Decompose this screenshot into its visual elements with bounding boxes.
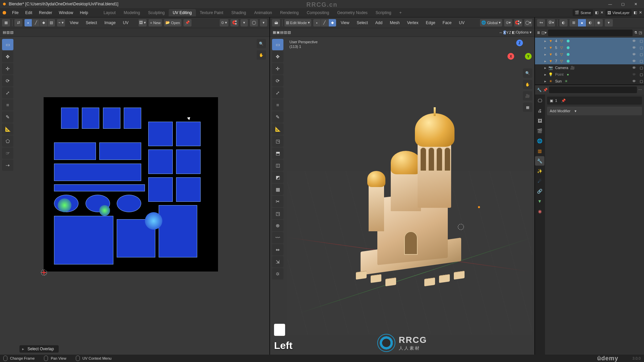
menu-window[interactable]: Window [55, 9, 76, 16]
outliner-type-button[interactable]: ≣ [537, 31, 540, 35]
mesh-normals-toggle[interactable]: ↔ [499, 31, 503, 35]
uv-snap-mode-button[interactable]: ▾ [240, 19, 248, 26]
vp-menu-select[interactable]: Select [354, 18, 370, 27]
pivot-point-button[interactable]: ⊙▾ [504, 19, 512, 26]
vp-menu-view[interactable]: View [338, 18, 352, 27]
mesh-select-vertex[interactable]: ▪ [313, 19, 321, 26]
overlays-toggle-button[interactable]: ⦿▾ [547, 19, 555, 26]
outliner-row-5[interactable]: ▸▼5▽⬢👁▢ [535, 44, 644, 51]
uv-overlay-channels-rgb[interactable]: ▤ [3, 30, 6, 35]
mode-selector[interactable]: ▥ Edit Mode ▾ [284, 19, 311, 26]
outliner-row-camera[interactable]: ▸📷Camera🎥👁▢ [535, 64, 644, 71]
viewlayer-selector[interactable]: 🖼 ViewLayer [605, 9, 632, 16]
outliner-row-7[interactable]: ▸▼7▽⬢👁▢ [535, 58, 644, 64]
ptab-constraints[interactable]: 🔗 [535, 186, 544, 196]
ptab-physics[interactable]: ☄ [535, 176, 544, 186]
uv-header-view[interactable]: View [67, 18, 81, 27]
uv-sync-selection-button[interactable]: ⇄ [14, 19, 22, 26]
outliner-row-sun[interactable]: ▸☀Sun☀👁▢ [535, 78, 644, 84]
tab-animation[interactable]: Animation [250, 9, 276, 16]
ptab-material[interactable]: ◉ [535, 206, 544, 216]
shading-solid[interactable]: ● [578, 19, 586, 26]
tab-geometry-nodes[interactable]: Geometry Nodes [333, 9, 372, 16]
tool-move[interactable]: ✢ [2, 63, 13, 74]
proportional-3d-button[interactable]: ◯▾ [524, 19, 532, 26]
scene-selector[interactable]: 🎬 Scene [573, 9, 593, 16]
mesh-select-face[interactable]: ◆ [329, 19, 336, 26]
tool-grab[interactable]: ☞ [2, 147, 13, 159]
image-new-button[interactable]: + New [149, 19, 162, 26]
window-minimize-button[interactable]: — [604, 1, 616, 7]
uv-header-select[interactable]: Select [83, 18, 100, 27]
tool-rip[interactable]: ⬠ [2, 135, 13, 147]
uv-pivot-button[interactable]: ⊙ ▾ [220, 19, 228, 26]
tab-texture-paint[interactable]: Texture Paint [196, 9, 227, 16]
menu-file[interactable]: File [9, 9, 22, 16]
props-search-input[interactable] [549, 86, 637, 93]
outliner-search-input[interactable] [548, 29, 633, 36]
uv-overlay-channels-r[interactable]: ▥ [6, 30, 10, 35]
uv-overlay-channels-alpha[interactable]: ▧ [10, 30, 13, 35]
vp-menu-add[interactable]: Add [373, 18, 385, 27]
overlay-toggle-2[interactable]: ▣ [276, 30, 280, 35]
tab-shading[interactable]: Shading [227, 9, 250, 16]
uv-header-uv[interactable]: UV [120, 18, 131, 27]
outliner-row-point[interactable]: ▸💡Point●👁▢ [535, 71, 644, 78]
overlay-toggle-1[interactable]: ▦ [273, 30, 276, 35]
uv-zoom-button[interactable]: 🔍 [257, 39, 266, 48]
mesh-automerge-button[interactable]: ◧ [512, 30, 515, 35]
add-modifier-button[interactable]: Add Modifier ▾ [547, 107, 642, 115]
uv-select-island[interactable]: ▧ [48, 19, 55, 26]
outliner-new-collection[interactable]: ◳ [639, 31, 642, 35]
menu-help[interactable]: Help [76, 9, 92, 16]
ptab-particles[interactable]: ✨ [535, 166, 544, 176]
vp-menu-edge[interactable]: Edge [423, 18, 438, 27]
uv-sticky-select-button[interactable]: ⌁ ▾ [57, 19, 65, 26]
menu-edit[interactable]: Edit [22, 9, 36, 16]
uv-proportional-mode-button[interactable]: ▾ [260, 19, 267, 26]
editor-type-3d-button[interactable]: 🏔 [272, 19, 280, 26]
props-pin-button[interactable]: 📌 [543, 88, 548, 92]
menu-render[interactable]: Render [36, 9, 55, 16]
3d-viewport-body[interactable]: ▭ ✥ ✢ ⟳ ⤢ ⌗ ✎ 📐 ◳ ⬒ ◫ ◩ ▦ ✂ ◳ ⊛ 〰 ⇔ ⇲ ⛭ [270, 37, 534, 355]
scene-delete-button[interactable]: ✕ [600, 10, 603, 15]
tool-pinch[interactable]: ⇢ [2, 160, 13, 171]
mesh-select-edge[interactable]: ╱ [321, 19, 328, 26]
window-close-button[interactable]: ✕ [629, 1, 642, 7]
uv-select-face[interactable]: ◆ [40, 19, 47, 26]
shading-wireframe[interactable]: ⊞ [570, 19, 578, 26]
overlay-toggle-5[interactable]: ▧ [287, 30, 291, 35]
tool-transform[interactable]: ⌗ [2, 99, 13, 111]
shading-rendered[interactable]: ◉ [595, 19, 603, 26]
ptab-render[interactable]: 🖵 [535, 96, 544, 105]
tool-annotate[interactable]: ✎ [2, 111, 13, 123]
tab-modeling[interactable]: Modeling [120, 9, 144, 16]
overlay-toggle-4[interactable]: ▥ [284, 30, 287, 35]
3d-model-church[interactable] [357, 97, 465, 278]
uv-proportional-button[interactable]: ◯ [250, 19, 258, 26]
uv-select-edge[interactable]: ╱ [32, 19, 40, 26]
tool-scale[interactable]: ⤢ [2, 87, 13, 99]
outliner-row-6[interactable]: ▸▼6▽⬢👁▢ [535, 51, 644, 58]
vp-menu-uv[interactable]: UV [456, 18, 467, 27]
tool-cursor[interactable]: ✥ [2, 51, 13, 62]
ptab-modifiers[interactable]: 🔧 [535, 156, 544, 166]
vp-menu-vertex[interactable]: Vertex [405, 18, 421, 27]
uv-snap-button[interactable]: 🧲 [230, 19, 238, 26]
props-editor-type-button[interactable]: 🔧 [537, 88, 542, 92]
vp-options-button[interactable]: Options ▾ [516, 30, 532, 35]
window-maximize-button[interactable]: ▢ [616, 1, 629, 7]
tab-layout[interactable]: Layout [100, 9, 120, 16]
ptab-world[interactable]: 🌐 [535, 136, 544, 145]
tab-rendering[interactable]: Rendering [276, 9, 303, 16]
scene-new-button[interactable]: ◧ [595, 10, 598, 15]
outliner-filter-button[interactable]: ⚗ [634, 31, 637, 35]
props-options-button[interactable]: ⋯ [638, 88, 642, 92]
ptab-scene[interactable]: 🎬 [535, 126, 544, 135]
ptab-object[interactable]: ▥ [535, 146, 544, 156]
tab-scripting[interactable]: Scripting [372, 9, 395, 16]
tab-sculpting[interactable]: Sculpting [144, 9, 169, 16]
uv-pan-button[interactable]: ✋ [257, 50, 266, 60]
tab-compositing[interactable]: Compositing [303, 9, 333, 16]
ptab-viewlayer[interactable]: 🖼 [535, 116, 544, 125]
